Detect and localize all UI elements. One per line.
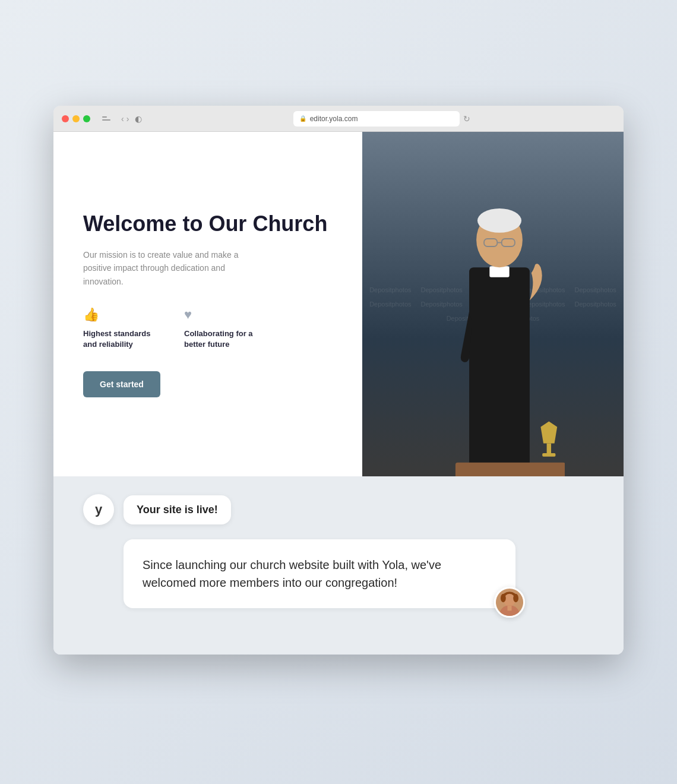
- lock-icon: 🔒: [299, 115, 306, 122]
- testimonial-text: Since launching our church website built…: [143, 556, 496, 592]
- browser-window: ‹ › ◐ 🔒 editor.yola.com ↻ Welcome to Our…: [53, 106, 624, 655]
- hero-image: Depositphotos Depositphotos Depositphoto…: [362, 132, 624, 476]
- watermark-text: Depositphotos: [365, 283, 416, 297]
- site-live-row: y Your site is live!: [83, 494, 594, 525]
- address-bar-wrapper: 🔒 editor.yola.com ↻: [148, 111, 615, 127]
- website-content: Welcome to Our Church Our mission is to …: [53, 132, 624, 476]
- live-message-bubble: Your site is live!: [124, 495, 231, 524]
- yola-avatar: y: [83, 494, 114, 525]
- watermark-text: Depositphotos: [365, 297, 416, 311]
- hero-description: Our mission is to create value and make …: [83, 248, 249, 288]
- testimonial-bubble: Since launching our church website built…: [124, 539, 515, 608]
- hero-title: Welcome to Our Church: [83, 211, 333, 236]
- user-avatar: [494, 587, 525, 618]
- thumbs-up-icon: 👍: [83, 307, 160, 323]
- priest-figure: [434, 179, 565, 476]
- svg-rect-7: [547, 443, 551, 454]
- svg-rect-9: [455, 463, 565, 476]
- user-avatar-svg: [496, 589, 523, 616]
- nav-arrows: ‹ ›: [121, 115, 129, 123]
- features-row: 👍 Highest standards and reliability ♥ Co…: [83, 307, 333, 350]
- refresh-icon[interactable]: ↻: [463, 114, 470, 124]
- yola-letter: y: [95, 502, 102, 517]
- svg-point-13: [501, 594, 506, 602]
- hero-left: Welcome to Our Church Our mission is to …: [53, 132, 362, 476]
- chat-area: y Your site is live! Since launching our…: [53, 476, 624, 655]
- svg-rect-1: [489, 266, 509, 277]
- browser-titlebar: ‹ › ◐ 🔒 editor.yola.com ↻: [53, 106, 624, 132]
- svg-rect-16: [507, 605, 511, 611]
- svg-point-3: [477, 208, 521, 233]
- feature-collaboration: ♥ Collaborating for a better future: [184, 307, 261, 350]
- svg-point-14: [513, 594, 518, 602]
- close-button[interactable]: [62, 115, 69, 122]
- heart-icon: ♥: [184, 307, 261, 323]
- feature-standards: 👍 Highest standards and reliability: [83, 307, 160, 350]
- address-bar[interactable]: 🔒 editor.yola.com: [293, 111, 460, 127]
- forward-arrow[interactable]: ›: [126, 115, 129, 123]
- minimize-button[interactable]: [72, 115, 80, 122]
- feature-standards-label: Highest standards and reliability: [83, 328, 160, 350]
- get-started-button[interactable]: Get started: [83, 371, 160, 397]
- url-text: editor.yola.com: [310, 115, 358, 123]
- live-message-text: Your site is live!: [137, 504, 218, 516]
- maximize-button[interactable]: [83, 115, 90, 122]
- hero-image-area: Depositphotos Depositphotos Depositphoto…: [362, 132, 624, 476]
- back-arrow[interactable]: ‹: [121, 115, 124, 123]
- watermark-text: Depositphotos: [570, 297, 621, 311]
- svg-rect-0: [469, 267, 530, 476]
- brightness-icon: ◐: [135, 114, 142, 124]
- sidebar-toggle-icon[interactable]: [102, 113, 115, 124]
- feature-collaboration-label: Collaborating for a better future: [184, 328, 261, 350]
- traffic-lights: [62, 115, 90, 122]
- svg-rect-8: [542, 453, 555, 457]
- watermark-text: Depositphotos: [570, 283, 621, 297]
